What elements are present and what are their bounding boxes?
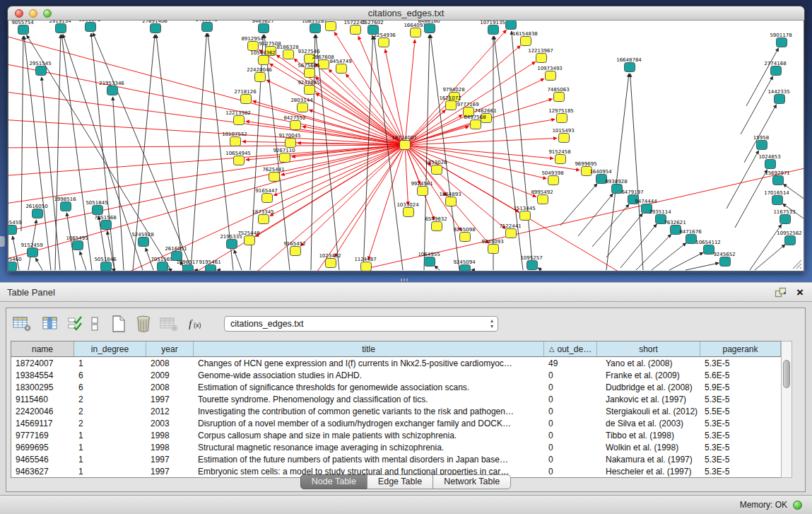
- network-node[interactable]: 21953346: [99, 81, 124, 95]
- column-header-in_degree[interactable]: in_degree: [74, 341, 146, 356]
- network-node[interactable]: 9152458: [548, 149, 570, 164]
- network-node[interactable]: 9195460: [8, 257, 22, 271]
- network-node[interactable]: 1065495: [66, 235, 88, 250]
- network-node[interactable]: 1864893: [439, 192, 461, 206]
- network-node[interactable]: 9924561: [411, 181, 433, 196]
- network-node[interactable]: 12975185: [548, 108, 574, 123]
- network-node[interactable]: 17016514: [764, 190, 789, 205]
- network-node[interactable]: 12213967: [528, 48, 553, 63]
- network-node[interactable]: 5061172: [78, 21, 100, 32]
- network-node[interactable]: 1095257: [520, 255, 542, 270]
- network-node[interactable]: 10653287: [302, 21, 327, 33]
- table-selector-dropdown[interactable]: citations_edges.txt ▴▾: [224, 316, 498, 332]
- network-node[interactable]: 10719135: [480, 21, 505, 35]
- close-panel-icon[interactable]: ×: [796, 286, 804, 298]
- network-node[interactable]: 10654945: [225, 151, 251, 165]
- network-node[interactable]: 9195459: [8, 220, 22, 235]
- network-node[interactable]: 9463627: [252, 21, 273, 33]
- table-row[interactable]: 1830029562008Estimation of significance …: [11, 381, 781, 393]
- network-node[interactable]: 2919154: [49, 21, 71, 33]
- network-node[interactable]: 1873345: [252, 209, 273, 224]
- memory-ok-icon[interactable]: [793, 501, 802, 510]
- network-node[interactable]: 7051568: [94, 215, 116, 230]
- network-node[interactable]: 12213382: [225, 110, 251, 125]
- table-row[interactable]: 969969511998Structural magnetic resonanc…: [11, 441, 781, 453]
- network-node[interactable]: 1064955: [418, 252, 440, 267]
- network-node[interactable]: 8454749: [329, 59, 351, 74]
- network-node[interactable]: 1033024: [396, 202, 419, 217]
- column-header-short[interactable]: short: [597, 341, 700, 356]
- network-node[interactable]: 1124487: [354, 257, 376, 271]
- network-node[interactable]: 8995492: [531, 189, 553, 204]
- network-node[interactable]: 5051845: [86, 200, 107, 215]
- network-node[interactable]: 1015493: [552, 128, 574, 143]
- column-header-pagerank[interactable]: pagerank: [700, 341, 781, 356]
- network-node[interactable]: 9245652: [713, 252, 735, 267]
- network-node[interactable]: 10973493: [537, 66, 563, 81]
- network-node[interactable]: 6549832: [425, 216, 447, 231]
- network-node[interactable]: 9165452: [283, 241, 305, 256]
- function-builder-button[interactable]: f(x): [187, 313, 206, 335]
- network-node[interactable]: 9245093: [481, 239, 503, 254]
- network-node[interactable]: 15692971: [765, 170, 790, 185]
- table-row[interactable]: 977716911998Corpus callosum shape and si…: [11, 429, 781, 441]
- row-selection-mode-button[interactable]: [68, 313, 83, 335]
- network-node[interactable]: 1023452: [319, 253, 341, 268]
- select-column-button[interactable]: [42, 313, 59, 335]
- column-header-title[interactable]: title: [194, 341, 544, 356]
- network-node[interactable]: 7051569: [151, 257, 172, 271]
- network-node[interactable]: 1442335: [767, 89, 789, 104]
- table-row[interactable]: 1872400712008Changes of HCN gene express…: [11, 357, 781, 369]
- network-node[interactable]: 1167533: [773, 209, 795, 224]
- float-panel-icon[interactable]: [775, 287, 787, 298]
- network-node[interactable]: 7625441: [262, 167, 284, 182]
- network-window-titlebar[interactable]: citations_edges.txt: [7, 6, 805, 21]
- network-node[interactable]: 10107552: [222, 132, 247, 146]
- scrollbar-thumb[interactable]: [783, 360, 790, 388]
- network-node[interactable]: 16648784: [616, 57, 642, 72]
- table-row[interactable]: 1938455462009Genome-wide association stu…: [11, 369, 781, 381]
- network-node[interactable]: 10952562: [777, 230, 802, 245]
- table-settings-button[interactable]: [12, 313, 32, 335]
- network-node[interactable]: 8186328: [276, 45, 298, 59]
- table-row[interactable]: 1456911722003Disruption of a novel membe…: [11, 417, 781, 429]
- network-node[interactable]: 5049398: [541, 170, 563, 185]
- network-node[interactable]: 1664091: [404, 23, 425, 37]
- column-header-year[interactable]: year: [146, 341, 194, 356]
- minimize-window-icon[interactable]: [29, 9, 37, 18]
- table-row[interactable]: 911546021997Tourette syndrome. Phenomeno…: [11, 393, 781, 405]
- network-node[interactable]: 1024853: [758, 154, 780, 169]
- table-row[interactable]: 2242004622012Investigating the contribut…: [11, 405, 781, 417]
- node-label: 1442335: [767, 89, 789, 95]
- network-node[interactable]: 5901178: [770, 33, 792, 47]
- tab-node-table[interactable]: Node Table: [300, 474, 367, 489]
- network-node[interactable]: 2951545: [29, 61, 51, 76]
- node-label: 1640954: [589, 169, 612, 175]
- resize-grip-icon[interactable]: [791, 258, 802, 269]
- network-canvas[interactable]: 1872400789129549127508105433628186328932…: [8, 21, 804, 271]
- network-node[interactable]: 9465546: [195, 21, 218, 32]
- new-table-button[interactable]: [111, 313, 126, 335]
- tab-edge-table[interactable]: Edge Table: [367, 474, 433, 489]
- network-node[interactable]: 9170045: [278, 133, 300, 148]
- network-node[interactable]: 9055754: [11, 21, 34, 35]
- toggle-panels-button[interactable]: [90, 313, 100, 335]
- table-row[interactable]: 946554611997Estimation of the future num…: [11, 453, 781, 465]
- network-node[interactable]: 27691406: [142, 21, 167, 33]
- panel-collapse-handle[interactable]: [0, 236, 5, 247]
- close-window-icon[interactable]: [15, 9, 23, 18]
- column-header-out_de[interactable]: △out_de…: [544, 341, 597, 356]
- network-node[interactable]: 2195335: [220, 234, 242, 249]
- network-node[interactable]: 10543362: [250, 50, 276, 65]
- network-node[interactable]: 9245098: [453, 227, 475, 242]
- function-icon: f: [189, 318, 193, 329]
- table-scrollbar[interactable]: [781, 341, 792, 478]
- tab-network-table[interactable]: Network Table: [433, 474, 511, 489]
- network-node[interactable]: 5675685: [298, 63, 319, 78]
- delete-table-button[interactable]: [135, 313, 152, 335]
- network-node[interactable]: 16154838: [512, 31, 538, 46]
- zoom-window-icon[interactable]: [43, 9, 52, 18]
- panel-divider-handle[interactable]: [401, 279, 409, 281]
- network-node[interactable]: 1998516: [54, 197, 76, 211]
- column-header-name[interactable]: name: [11, 341, 74, 356]
